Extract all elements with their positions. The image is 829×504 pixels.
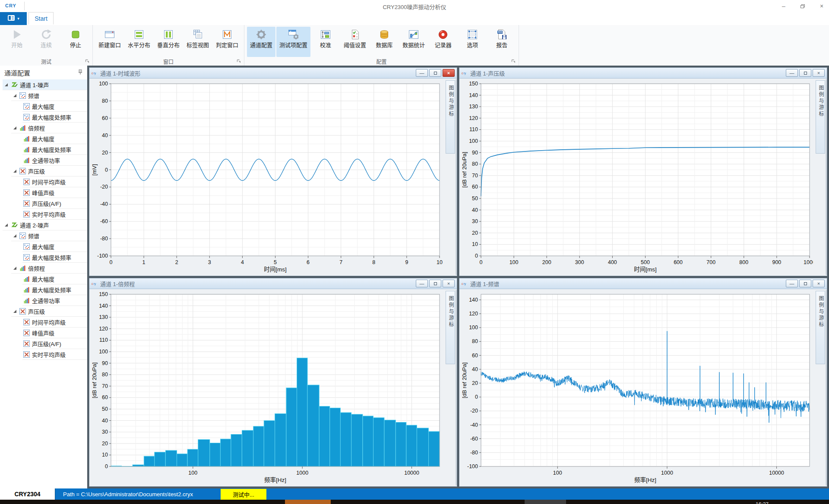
svg-text:80: 80 — [102, 372, 108, 378]
window-minimize-button[interactable]: – — [780, 2, 788, 10]
restore-icon[interactable] — [799, 69, 811, 77]
tree-item[interactable]: 频谱 — [0, 230, 87, 241]
svg-text:10: 10 — [102, 452, 108, 458]
tree-item[interactable]: 全通带功率 — [0, 295, 87, 306]
legend-cursor-tab[interactable]: 图例与游标 — [816, 291, 825, 364]
legend-cursor-tab[interactable]: 图例与游标 — [816, 80, 825, 154]
close-icon[interactable]: × — [443, 69, 455, 77]
restore-icon[interactable] — [429, 280, 441, 287]
tree-item[interactable]: 最大幅度 — [0, 274, 87, 284]
tree-expander-icon[interactable] — [12, 93, 17, 98]
window-title: 通道 1-时域波形 — [100, 69, 413, 77]
tree-item[interactable]: 最大幅度处频率 — [0, 252, 87, 263]
svg-text:90: 90 — [472, 150, 478, 156]
window-titlebar[interactable]: cry 通道 1-时域波形 — × — [89, 68, 457, 79]
tree-item[interactable]: 最大幅度处频率 — [0, 284, 87, 295]
minimize-icon[interactable]: — — [786, 280, 798, 287]
window-titlebar[interactable]: cry 通道 1-声压级 — × — [459, 68, 827, 79]
tree-item[interactable]: 通道 1-噪声 — [0, 79, 87, 90]
ribbon-button-database[interactable]: 数据库 — [370, 27, 399, 57]
tree-item[interactable]: 峰值声级 — [0, 328, 87, 338]
tree-expander-icon[interactable] — [3, 223, 9, 227]
tree-item[interactable]: 最大幅度 — [0, 241, 87, 252]
chart-time-waveform[interactable]: -100-80-60-40-20020406080100012345678910… — [90, 79, 443, 275]
taskbar-app[interactable] — [285, 500, 331, 504]
tree-item[interactable]: 时间平均声级 — [0, 176, 87, 187]
tree-item[interactable]: 倍频程 — [0, 263, 87, 274]
ribbon-button-new-window[interactable]: 新建窗口 — [95, 27, 124, 57]
dialog-launcher-icon[interactable] — [237, 59, 241, 64]
app-menu-button[interactable]: ▾ — [0, 12, 27, 25]
ribbon-button-report[interactable]: DOC报告 — [487, 27, 516, 57]
tree-item[interactable]: 声压级(A/F) — [0, 198, 87, 209]
ribbon-button-data-statistics[interactable]: 数据统计 — [399, 27, 428, 57]
close-icon[interactable]: × — [443, 280, 455, 287]
ribbon-button-options[interactable]: 选项 — [458, 27, 487, 57]
scrollbar[interactable] — [456, 79, 457, 275]
chart-octave[interactable]: 0102030405060708090100110120130140150100… — [90, 290, 443, 485]
tree-expander-icon[interactable] — [12, 169, 17, 173]
dialog-launcher-icon[interactable] — [85, 59, 90, 64]
tree-item[interactable]: 实时平均声级 — [0, 349, 87, 360]
tree-item[interactable]: 实时平均声级 — [0, 209, 87, 220]
legend-cursor-tab[interactable]: 图例与游标 — [446, 80, 455, 154]
scrollbar[interactable] — [826, 79, 827, 275]
tree-item[interactable]: 通道 2-噪声 — [0, 220, 87, 230]
minimize-icon[interactable]: — — [416, 69, 428, 77]
restore-icon[interactable] — [799, 280, 811, 287]
ribbon-button-channel-config[interactable]: 通道配置 — [247, 27, 275, 57]
dialog-launcher-icon[interactable] — [511, 59, 516, 64]
taskbar-app[interactable] — [525, 500, 566, 504]
ribbon-button-test-item-config[interactable]: 测试项配置 — [276, 27, 310, 57]
app-title-bar[interactable]: CRY CRY2300噪声振动分析仪 – × — [0, 0, 829, 12]
tree-item-label: 最大幅度 — [32, 243, 54, 251]
tree-item[interactable]: 最大幅度处频率 — [0, 112, 87, 123]
tab-start[interactable]: Start — [28, 12, 54, 25]
ribbon-button-continue[interactable]: 连续 — [32, 27, 60, 57]
tree-item[interactable]: 全通带功率 — [0, 155, 87, 166]
tree-expander-icon[interactable] — [12, 126, 17, 130]
tree-expander-icon[interactable] — [12, 309, 17, 313]
close-icon[interactable]: × — [813, 69, 825, 77]
tree-item[interactable]: 最大幅度处频率 — [0, 144, 87, 155]
taskbar[interactable]: 16:27 — [0, 500, 829, 504]
legend-cursor-tab[interactable]: 图例与游标 — [446, 291, 455, 364]
tree-item[interactable]: 最大幅度 — [0, 101, 87, 112]
ribbon-button-vertical-layout[interactable]: 垂直分布 — [154, 27, 183, 57]
tree-expander-icon[interactable] — [12, 266, 17, 270]
window-titlebar[interactable]: cry 通道 1-倍频程 — × — [89, 278, 457, 289]
close-icon[interactable]: × — [813, 280, 825, 287]
window-close-button[interactable]: × — [818, 2, 826, 10]
tree-item[interactable]: 声压级 — [0, 306, 87, 317]
tree-expander-icon[interactable] — [3, 82, 9, 87]
tree-item[interactable]: 最大幅度 — [0, 133, 87, 144]
tree-item[interactable]: 峰值声级 — [0, 187, 87, 198]
ribbon-button-horizontal-layout[interactable]: 水平分布 — [125, 27, 153, 57]
window-restore-button[interactable] — [799, 2, 807, 10]
chart-spl[interactable]: 0102030405060708090100110120130140150010… — [460, 79, 813, 275]
window-titlebar[interactable]: cry 通道 1-频谱 — × — [459, 278, 827, 289]
ribbon-button-stop[interactable]: 停止 — [61, 27, 90, 57]
tree-item[interactable]: 倍频程 — [0, 123, 87, 133]
tree-item[interactable]: 时间平均声级 — [0, 317, 87, 328]
tree-expander-icon[interactable] — [12, 233, 17, 238]
ribbon-button-calibrate[interactable]: 校准 — [311, 27, 340, 57]
pin-icon[interactable] — [78, 69, 83, 76]
minimize-icon[interactable]: — — [786, 69, 798, 77]
ribbon-button-threshold-settings[interactable]: 阈值设置 — [341, 27, 369, 57]
tree-item[interactable]: 声压级(A/F) — [0, 338, 87, 349]
ribbon-button-start[interactable]: 开始 — [3, 27, 31, 57]
scrollbar[interactable] — [826, 290, 827, 485]
ribbon-button-label: 数据统计 — [402, 42, 425, 49]
ribbon-button-recorder[interactable]: 记录器 — [429, 27, 457, 57]
minimize-icon[interactable]: — — [416, 280, 428, 287]
restore-icon[interactable] — [429, 69, 441, 77]
tree-item[interactable]: 声压级 — [0, 166, 87, 176]
scrollbar[interactable] — [456, 290, 457, 485]
chart-spectrum[interactable]: -100-80-60-40-20020406080100120140100100… — [460, 290, 813, 485]
tree-item[interactable]: 频谱 — [0, 90, 87, 101]
ribbon-button-judge-window[interactable]: 判定窗口 — [213, 27, 241, 57]
ribbon-button-label: 通道配置 — [250, 42, 272, 49]
svg-text:60: 60 — [102, 394, 108, 400]
ribbon-button-tab-view[interactable]: 标签视图 — [184, 27, 212, 57]
